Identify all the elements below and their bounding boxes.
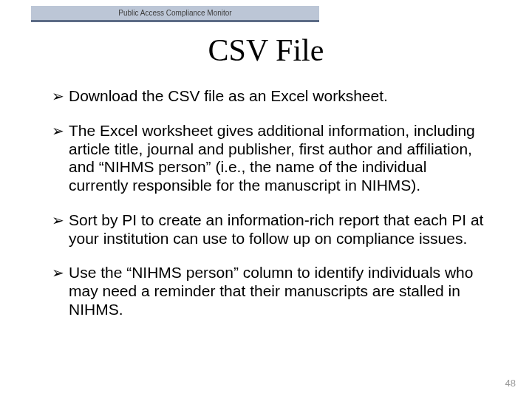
bullet-text: Sort by PI to create an information-rich… bbox=[69, 211, 488, 248]
list-item: ➢ Sort by PI to create an information-ri… bbox=[52, 211, 488, 248]
header-bar: Public Access Compliance Monitor bbox=[31, 6, 319, 22]
bullet-text: Download the CSV file as an Excel worksh… bbox=[69, 87, 388, 106]
list-item: ➢ The Excel worksheet gives additional i… bbox=[52, 122, 488, 195]
list-item: ➢ Use the “NIHMS person” column to ident… bbox=[52, 264, 488, 318]
bullet-list: ➢ Download the CSV file as an Excel work… bbox=[52, 87, 488, 335]
bullet-icon: ➢ bbox=[52, 211, 64, 229]
bullet-icon: ➢ bbox=[52, 122, 64, 140]
header-label: Public Access Compliance Monitor bbox=[118, 9, 231, 17]
page-title: CSV File bbox=[0, 33, 532, 68]
slide: Public Access Compliance Monitor CSV Fil… bbox=[0, 0, 532, 399]
page-number: 48 bbox=[505, 378, 516, 389]
bullet-icon: ➢ bbox=[52, 87, 64, 105]
list-item: ➢ Download the CSV file as an Excel work… bbox=[52, 87, 488, 106]
bullet-icon: ➢ bbox=[52, 264, 64, 282]
bullet-text: Use the “NIHMS person” column to identif… bbox=[69, 264, 488, 318]
bullet-text: The Excel worksheet gives additional inf… bbox=[69, 122, 488, 195]
